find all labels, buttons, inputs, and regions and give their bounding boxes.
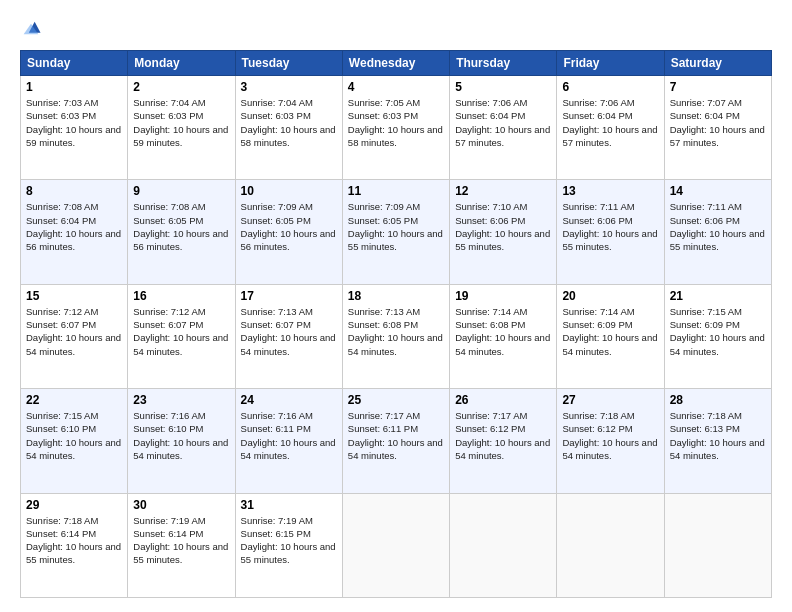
calendar-day-26: 26Sunrise: 7:17 AMSunset: 6:12 PMDayligh… (450, 389, 557, 493)
calendar-day-25: 25Sunrise: 7:17 AMSunset: 6:11 PMDayligh… (342, 389, 449, 493)
calendar-table: SundayMondayTuesdayWednesdayThursdayFrid… (20, 50, 772, 598)
day-number: 27 (562, 393, 658, 407)
calendar-header-saturday: Saturday (664, 51, 771, 76)
calendar-day-27: 27Sunrise: 7:18 AMSunset: 6:12 PMDayligh… (557, 389, 664, 493)
calendar-header-friday: Friday (557, 51, 664, 76)
day-info: Sunrise: 7:19 AMSunset: 6:14 PMDaylight:… (133, 515, 228, 566)
day-info: Sunrise: 7:07 AMSunset: 6:04 PMDaylight:… (670, 97, 765, 148)
calendar-header-wednesday: Wednesday (342, 51, 449, 76)
day-info: Sunrise: 7:06 AMSunset: 6:04 PMDaylight:… (455, 97, 550, 148)
day-number: 13 (562, 184, 658, 198)
day-info: Sunrise: 7:18 AMSunset: 6:12 PMDaylight:… (562, 410, 657, 461)
logo-icon (20, 18, 42, 40)
day-info: Sunrise: 7:19 AMSunset: 6:15 PMDaylight:… (241, 515, 336, 566)
day-number: 7 (670, 80, 766, 94)
day-info: Sunrise: 7:16 AMSunset: 6:10 PMDaylight:… (133, 410, 228, 461)
calendar-day-24: 24Sunrise: 7:16 AMSunset: 6:11 PMDayligh… (235, 389, 342, 493)
day-number: 17 (241, 289, 337, 303)
day-number: 25 (348, 393, 444, 407)
day-number: 20 (562, 289, 658, 303)
day-info: Sunrise: 7:09 AMSunset: 6:05 PMDaylight:… (241, 201, 336, 252)
day-info: Sunrise: 7:08 AMSunset: 6:05 PMDaylight:… (133, 201, 228, 252)
calendar-day-9: 9Sunrise: 7:08 AMSunset: 6:05 PMDaylight… (128, 180, 235, 284)
calendar-header-monday: Monday (128, 51, 235, 76)
calendar-day-23: 23Sunrise: 7:16 AMSunset: 6:10 PMDayligh… (128, 389, 235, 493)
calendar-day-17: 17Sunrise: 7:13 AMSunset: 6:07 PMDayligh… (235, 284, 342, 388)
day-number: 12 (455, 184, 551, 198)
day-info: Sunrise: 7:05 AMSunset: 6:03 PMDaylight:… (348, 97, 443, 148)
day-info: Sunrise: 7:04 AMSunset: 6:03 PMDaylight:… (133, 97, 228, 148)
day-number: 18 (348, 289, 444, 303)
day-number: 1 (26, 80, 122, 94)
day-info: Sunrise: 7:15 AMSunset: 6:09 PMDaylight:… (670, 306, 765, 357)
day-number: 29 (26, 498, 122, 512)
day-info: Sunrise: 7:04 AMSunset: 6:03 PMDaylight:… (241, 97, 336, 148)
logo (20, 18, 46, 40)
empty-cell (664, 493, 771, 597)
day-number: 6 (562, 80, 658, 94)
empty-cell (557, 493, 664, 597)
calendar-week-3: 15Sunrise: 7:12 AMSunset: 6:07 PMDayligh… (21, 284, 772, 388)
day-info: Sunrise: 7:18 AMSunset: 6:14 PMDaylight:… (26, 515, 121, 566)
day-info: Sunrise: 7:11 AMSunset: 6:06 PMDaylight:… (562, 201, 657, 252)
calendar-day-8: 8Sunrise: 7:08 AMSunset: 6:04 PMDaylight… (21, 180, 128, 284)
calendar-header-row: SundayMondayTuesdayWednesdayThursdayFrid… (21, 51, 772, 76)
calendar-day-20: 20Sunrise: 7:14 AMSunset: 6:09 PMDayligh… (557, 284, 664, 388)
calendar-day-10: 10Sunrise: 7:09 AMSunset: 6:05 PMDayligh… (235, 180, 342, 284)
day-number: 24 (241, 393, 337, 407)
day-number: 22 (26, 393, 122, 407)
day-number: 26 (455, 393, 551, 407)
calendar-day-12: 12Sunrise: 7:10 AMSunset: 6:06 PMDayligh… (450, 180, 557, 284)
calendar-day-18: 18Sunrise: 7:13 AMSunset: 6:08 PMDayligh… (342, 284, 449, 388)
day-info: Sunrise: 7:18 AMSunset: 6:13 PMDaylight:… (670, 410, 765, 461)
day-number: 23 (133, 393, 229, 407)
day-number: 3 (241, 80, 337, 94)
day-number: 5 (455, 80, 551, 94)
day-info: Sunrise: 7:12 AMSunset: 6:07 PMDaylight:… (133, 306, 228, 357)
day-info: Sunrise: 7:17 AMSunset: 6:12 PMDaylight:… (455, 410, 550, 461)
day-info: Sunrise: 7:14 AMSunset: 6:08 PMDaylight:… (455, 306, 550, 357)
calendar-week-5: 29Sunrise: 7:18 AMSunset: 6:14 PMDayligh… (21, 493, 772, 597)
day-info: Sunrise: 7:15 AMSunset: 6:10 PMDaylight:… (26, 410, 121, 461)
day-info: Sunrise: 7:06 AMSunset: 6:04 PMDaylight:… (562, 97, 657, 148)
calendar-day-22: 22Sunrise: 7:15 AMSunset: 6:10 PMDayligh… (21, 389, 128, 493)
day-number: 10 (241, 184, 337, 198)
calendar-day-1: 1Sunrise: 7:03 AMSunset: 6:03 PMDaylight… (21, 76, 128, 180)
calendar-day-19: 19Sunrise: 7:14 AMSunset: 6:08 PMDayligh… (450, 284, 557, 388)
calendar-week-1: 1Sunrise: 7:03 AMSunset: 6:03 PMDaylight… (21, 76, 772, 180)
calendar-day-14: 14Sunrise: 7:11 AMSunset: 6:06 PMDayligh… (664, 180, 771, 284)
day-number: 2 (133, 80, 229, 94)
day-number: 4 (348, 80, 444, 94)
calendar-day-31: 31Sunrise: 7:19 AMSunset: 6:15 PMDayligh… (235, 493, 342, 597)
calendar-day-13: 13Sunrise: 7:11 AMSunset: 6:06 PMDayligh… (557, 180, 664, 284)
calendar-day-7: 7Sunrise: 7:07 AMSunset: 6:04 PMDaylight… (664, 76, 771, 180)
calendar-day-30: 30Sunrise: 7:19 AMSunset: 6:14 PMDayligh… (128, 493, 235, 597)
day-number: 28 (670, 393, 766, 407)
day-number: 9 (133, 184, 229, 198)
calendar-day-28: 28Sunrise: 7:18 AMSunset: 6:13 PMDayligh… (664, 389, 771, 493)
calendar-day-16: 16Sunrise: 7:12 AMSunset: 6:07 PMDayligh… (128, 284, 235, 388)
day-number: 16 (133, 289, 229, 303)
calendar-day-4: 4Sunrise: 7:05 AMSunset: 6:03 PMDaylight… (342, 76, 449, 180)
empty-cell (342, 493, 449, 597)
calendar-header-tuesday: Tuesday (235, 51, 342, 76)
day-info: Sunrise: 7:17 AMSunset: 6:11 PMDaylight:… (348, 410, 443, 461)
calendar-header-thursday: Thursday (450, 51, 557, 76)
day-info: Sunrise: 7:10 AMSunset: 6:06 PMDaylight:… (455, 201, 550, 252)
day-info: Sunrise: 7:03 AMSunset: 6:03 PMDaylight:… (26, 97, 121, 148)
header (20, 18, 772, 40)
day-number: 30 (133, 498, 229, 512)
empty-cell (450, 493, 557, 597)
day-info: Sunrise: 7:13 AMSunset: 6:07 PMDaylight:… (241, 306, 336, 357)
day-info: Sunrise: 7:12 AMSunset: 6:07 PMDaylight:… (26, 306, 121, 357)
day-number: 21 (670, 289, 766, 303)
page: SundayMondayTuesdayWednesdayThursdayFrid… (0, 0, 792, 612)
calendar-day-3: 3Sunrise: 7:04 AMSunset: 6:03 PMDaylight… (235, 76, 342, 180)
calendar-day-29: 29Sunrise: 7:18 AMSunset: 6:14 PMDayligh… (21, 493, 128, 597)
calendar-week-4: 22Sunrise: 7:15 AMSunset: 6:10 PMDayligh… (21, 389, 772, 493)
day-info: Sunrise: 7:08 AMSunset: 6:04 PMDaylight:… (26, 201, 121, 252)
calendar-header-sunday: Sunday (21, 51, 128, 76)
day-number: 15 (26, 289, 122, 303)
calendar-day-6: 6Sunrise: 7:06 AMSunset: 6:04 PMDaylight… (557, 76, 664, 180)
day-info: Sunrise: 7:16 AMSunset: 6:11 PMDaylight:… (241, 410, 336, 461)
